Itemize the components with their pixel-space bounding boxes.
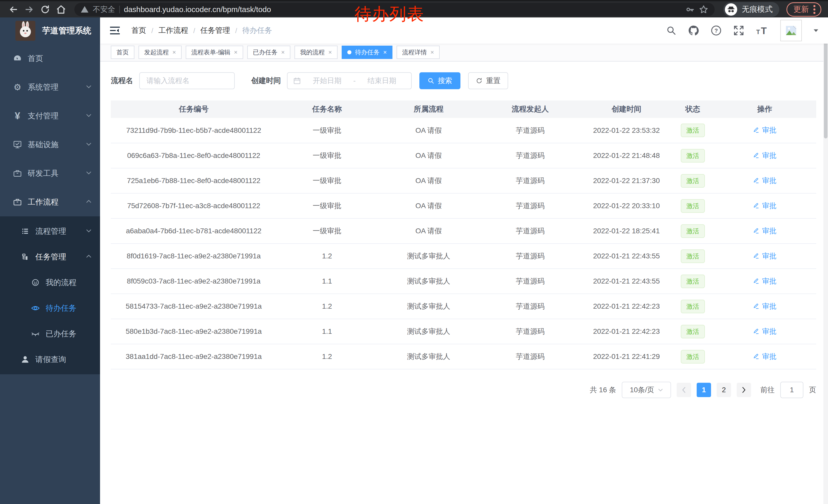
approve-button[interactable]: 审批 — [753, 125, 777, 135]
sidebar-item-my-process[interactable]: 我的流程 — [0, 270, 100, 295]
update-label[interactable]: 更新 — [793, 4, 809, 15]
cell-actions: 审批 — [713, 294, 817, 319]
cell-task-id: 8f059c03-7ac8-11ec-a9e2-a2380e71991a — [111, 269, 277, 294]
cell-actions: 审批 — [713, 118, 817, 143]
sidebar-item-leave-query[interactable]: 请假查询 — [0, 347, 100, 372]
close-icon[interactable]: × — [430, 49, 434, 55]
breadcrumb-item[interactable]: 工作流程 — [159, 26, 188, 36]
approve-button-label: 审批 — [762, 352, 777, 362]
font-size-icon[interactable]: TT — [756, 25, 769, 36]
sidebar-logo-row[interactable]: 芋道管理系统 — [0, 17, 100, 44]
url-text[interactable]: dashboard.yudao.iocoder.cn/bpm/task/todo — [124, 5, 681, 14]
scrollbar-track[interactable] — [823, 17, 828, 504]
approve-button[interactable]: 审批 — [753, 251, 777, 261]
approve-button[interactable]: 审批 — [753, 276, 777, 286]
topbar-icons: ? TT — [666, 20, 819, 41]
sidebar-item-label: 工作流程 — [28, 197, 58, 208]
close-icon[interactable]: × — [328, 49, 332, 55]
date-range-picker[interactable]: 开始日期 - 结束日期 — [287, 72, 412, 89]
page-size-select[interactable]: 10条/页 — [622, 382, 671, 398]
password-key-icon[interactable] — [686, 5, 695, 14]
process-name-input[interactable] — [139, 72, 235, 89]
sidebar-item-home[interactable]: 首页 — [0, 44, 100, 73]
close-icon[interactable]: × — [172, 49, 176, 55]
breadcrumb-item[interactable]: 首页 — [131, 26, 146, 36]
column-task-id: 任务编号 — [111, 100, 277, 118]
end-date-placeholder[interactable]: 结束日期 — [358, 76, 406, 86]
browser-menu-icon[interactable] — [813, 4, 816, 15]
sidebar-item-devtools[interactable]: 研发工具 — [0, 159, 100, 188]
approve-button[interactable]: 审批 — [753, 201, 777, 211]
chevron-left-icon — [682, 387, 686, 393]
sidebar-item-process-management[interactable]: 流程管理 — [0, 218, 100, 244]
sidebar-item-system[interactable]: ⚙ 系统管理 — [0, 73, 100, 101]
tab-done-tasks[interactable]: 已办任务 × — [247, 46, 290, 59]
page-button-2[interactable]: 2 — [717, 383, 731, 397]
security-label[interactable]: 不安全 — [93, 4, 115, 15]
tab-todo-tasks[interactable]: 待办任务 × — [342, 46, 392, 59]
edit-icon — [753, 353, 759, 360]
tab-my-process[interactable]: 我的流程 × — [294, 46, 338, 59]
tab-start-process[interactable]: 发起流程 × — [138, 46, 181, 59]
search-button[interactable]: 搜索 — [419, 72, 460, 89]
github-icon[interactable] — [688, 25, 699, 36]
start-date-placeholder[interactable]: 开始日期 — [303, 76, 350, 86]
help-icon[interactable]: ? — [710, 25, 722, 36]
status-badge: 激活 — [681, 149, 705, 163]
browser-update-button[interactable]: 更新 — [786, 2, 821, 17]
approve-button[interactable]: 审批 — [753, 176, 777, 186]
sidebar-item-done-tasks[interactable]: 已办任务 — [0, 321, 100, 347]
sidebar-item-workflow[interactable]: 工作流程 — [0, 188, 100, 216]
breadcrumb: 首页 工作流程 任务管理 待办任务 — [131, 26, 272, 36]
goto-page-input[interactable] — [780, 382, 803, 398]
security-warning-icon[interactable] — [81, 5, 89, 13]
avatar-dropdown-caret-icon[interactable] — [813, 29, 819, 32]
approve-button-label: 审批 — [762, 226, 777, 236]
browser-forward-icon[interactable] — [23, 3, 36, 16]
approve-button[interactable]: 审批 — [753, 352, 777, 362]
breadcrumb-item[interactable]: 任务管理 — [200, 26, 230, 36]
cell-task-id: 580e1b3d-7ac8-11ec-a9e2-a2380e71991a — [111, 319, 277, 344]
prev-page-button[interactable] — [677, 383, 691, 397]
next-page-button[interactable] — [737, 383, 751, 397]
sidebar-collapse-icon[interactable] — [109, 25, 121, 36]
cell-actions: 审批 — [713, 344, 817, 369]
cell-task-name: 一级审批 — [277, 218, 377, 243]
table-body: 73211d9d-7b9b-11ec-b5b7-acde48001122 一级审… — [111, 118, 816, 369]
reset-button-label: 重置 — [486, 76, 500, 86]
column-actions: 操作 — [713, 100, 817, 118]
close-icon[interactable]: × — [383, 49, 387, 55]
status-badge: 激活 — [681, 199, 705, 213]
sidebar-item-task-management[interactable]: 任务管理 — [0, 244, 100, 270]
cell-process: 测试多审批人 — [378, 294, 480, 319]
tab-label: 待办任务 — [355, 48, 380, 56]
reset-button[interactable]: 重置 — [468, 72, 508, 89]
page-button-1[interactable]: 1 — [697, 383, 711, 397]
breadcrumb-separator — [194, 27, 196, 35]
approve-button[interactable]: 审批 — [753, 151, 777, 161]
approve-button[interactable]: 审批 — [753, 302, 777, 311]
avatar[interactable] — [780, 20, 802, 41]
approve-button[interactable]: 审批 — [753, 226, 777, 236]
tab-process-detail[interactable]: 流程详情 × — [397, 46, 440, 59]
close-icon[interactable]: × — [281, 49, 285, 55]
browser-home-icon[interactable] — [54, 3, 68, 16]
browser-reload-icon[interactable] — [38, 3, 52, 16]
bookmark-star-icon[interactable] — [699, 5, 708, 14]
sidebar-item-payment[interactable]: ¥ 支付管理 — [0, 101, 100, 130]
sidebar-item-todo-tasks[interactable]: 待办任务 — [0, 295, 100, 321]
cell-task-id: 58154733-7ac8-11ec-a9e2-a2380e71991a — [111, 294, 277, 319]
browser-back-icon[interactable] — [7, 3, 20, 16]
url-bar[interactable]: 不安全 dashboard.yudao.iocoder.cn/bpm/task/… — [74, 3, 715, 16]
sidebar-item-infrastructure[interactable]: 基础设施 — [0, 130, 100, 159]
cell-task-id: 75d72608-7b7f-11ec-a3c8-acde48001122 — [111, 193, 277, 218]
approve-button[interactable]: 审批 — [753, 327, 777, 336]
sidebar: 芋道管理系统 首页 ⚙ 系统管理 ¥ — [0, 17, 100, 504]
close-icon[interactable]: × — [234, 49, 238, 55]
tab-home[interactable]: 首页 — [111, 46, 134, 59]
approve-button-label: 审批 — [762, 176, 777, 186]
tab-process-form-edit[interactable]: 流程表单-编辑 × — [186, 46, 243, 59]
table-row: a6aba0a4-7b6d-11ec-b781-acde48001122 一级审… — [111, 218, 816, 243]
fullscreen-icon[interactable] — [733, 25, 744, 36]
search-icon[interactable] — [666, 25, 677, 36]
